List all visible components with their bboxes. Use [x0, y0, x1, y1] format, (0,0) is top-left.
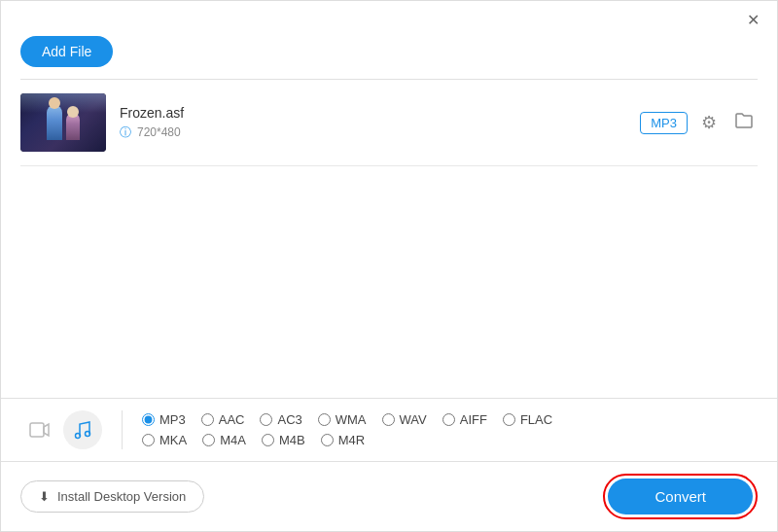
install-desktop-button[interactable]: ⬇ Install Desktop Version: [20, 480, 204, 513]
download-icon: ⬇: [39, 489, 50, 504]
settings-button[interactable]: ⚙: [697, 110, 721, 135]
format-badge[interactable]: MP3: [640, 112, 688, 134]
file-thumbnail: [20, 93, 106, 152]
folder-button[interactable]: [730, 110, 758, 136]
install-label: Install Desktop Version: [57, 489, 186, 504]
bottom-panel: MP3 AAC AC3 WMA WAV AIFF F: [1, 398, 777, 531]
svg-point-1: [76, 434, 81, 439]
format-type-tabs: [20, 410, 123, 449]
format-row-1: MP3 AAC AC3 WMA WAV AIFF F: [142, 412, 552, 427]
file-name: Frozen.asf: [120, 105, 626, 121]
info-icon: ⓘ: [120, 124, 131, 141]
add-file-button[interactable]: Add File: [20, 36, 113, 67]
format-option-aac[interactable]: AAC: [201, 412, 245, 427]
format-selector: MP3 AAC AC3 WMA WAV AIFF F: [1, 399, 777, 462]
title-bar: ✕: [1, 1, 777, 36]
format-row-2: MKA M4A M4B M4R: [142, 433, 552, 447]
file-info: Frozen.asf ⓘ 720*480: [120, 105, 626, 141]
file-actions: MP3 ⚙: [640, 110, 758, 136]
file-meta: ⓘ 720*480: [120, 124, 626, 141]
format-option-mka[interactable]: MKA: [142, 433, 187, 447]
convert-button-wrapper: Convert: [603, 474, 758, 519]
tab-audio[interactable]: [63, 410, 102, 449]
format-option-flac[interactable]: FLAC: [503, 412, 552, 427]
format-options: MP3 AAC AC3 WMA WAV AIFF F: [142, 412, 552, 447]
format-option-m4a[interactable]: M4A: [202, 433, 246, 447]
file-item: Frozen.asf ⓘ 720*480 MP3 ⚙: [20, 80, 758, 166]
format-option-mp3[interactable]: MP3: [142, 412, 186, 427]
file-list: Frozen.asf ⓘ 720*480 MP3 ⚙: [1, 80, 777, 166]
format-option-m4r[interactable]: M4R: [321, 433, 365, 447]
close-button[interactable]: ✕: [743, 11, 763, 30]
tab-video[interactable]: [20, 410, 59, 449]
action-bar: ⬇ Install Desktop Version Convert: [1, 462, 777, 531]
format-option-wav[interactable]: WAV: [382, 412, 427, 427]
format-option-m4b[interactable]: M4B: [262, 433, 305, 447]
file-resolution: 720*480: [137, 125, 181, 139]
toolbar: Add File: [1, 36, 777, 79]
svg-point-2: [86, 432, 90, 437]
convert-button[interactable]: Convert: [608, 479, 753, 514]
format-option-ac3[interactable]: AC3: [260, 412, 301, 427]
empty-area: [1, 166, 777, 322]
format-option-aiff[interactable]: AIFF: [442, 412, 487, 427]
svg-rect-0: [30, 423, 44, 437]
format-option-wma[interactable]: WMA: [318, 412, 367, 427]
